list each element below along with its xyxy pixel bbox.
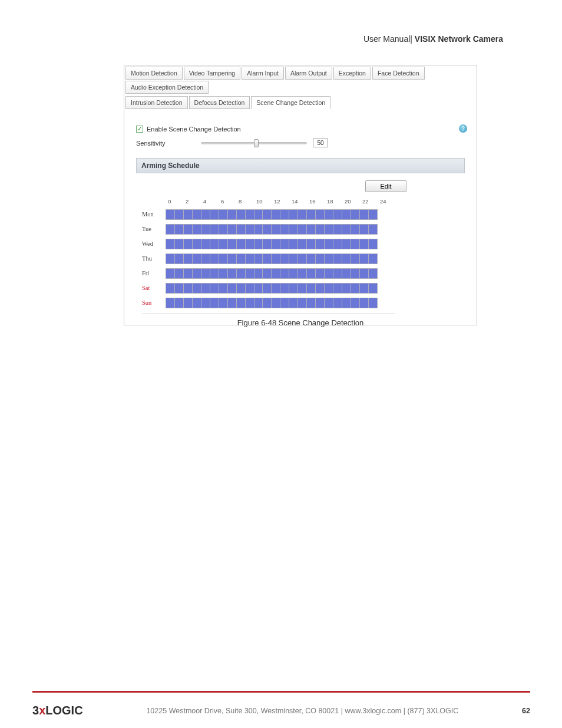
hour-label: 8 xyxy=(239,198,256,205)
day-label: Tue xyxy=(142,226,166,232)
hour-label: 16 xyxy=(309,198,327,205)
hour-label: 18 xyxy=(327,198,345,205)
header-right: VISIX Network Camera xyxy=(415,34,503,44)
tab-intrusion-detection[interactable]: Intrusion Detection xyxy=(125,96,188,109)
day-label: Mon xyxy=(142,211,166,218)
logo: 3xLOGIC xyxy=(32,704,83,717)
enable-row: ✓ Enable Scene Change Detection ? xyxy=(136,126,465,133)
hour-label: 12 xyxy=(274,198,292,205)
footer-divider xyxy=(32,691,530,693)
hour-label: 14 xyxy=(292,198,309,205)
day-row: Tue xyxy=(142,222,395,236)
tab-defocus-detection[interactable]: Defocus Detection xyxy=(189,96,250,109)
panel-body: ✓ Enable Scene Change Detection ? Sensit… xyxy=(124,110,477,325)
caption-prefix: Figure 6-48 xyxy=(237,318,279,327)
day-row: Sat xyxy=(142,281,395,295)
footer: 3xLOGIC 10225 Westmoor Drive, Suite 300,… xyxy=(32,704,530,717)
tab-alarm-output[interactable]: Alarm Output xyxy=(285,67,332,80)
caption-title: Scene Change Detection xyxy=(279,318,364,327)
day-row: Wed xyxy=(142,236,395,251)
day-row: Thu xyxy=(142,251,395,266)
page-number: 62 xyxy=(522,707,530,715)
day-row: Sun xyxy=(142,295,395,310)
tab-face-detection[interactable]: Face Detection xyxy=(372,67,425,80)
day-row: Mon xyxy=(142,207,395,222)
hour-labels: 0 2 4 6 8 10 12 14 16 18 20 22 24 xyxy=(168,198,395,205)
day-grid[interactable] xyxy=(166,224,378,235)
tab-video-tampering[interactable]: Video Tampering xyxy=(184,67,240,80)
enable-checkbox[interactable]: ✓ xyxy=(136,126,143,133)
slider-thumb[interactable] xyxy=(254,139,259,147)
page-header: User Manual| VISIX Network Camera xyxy=(363,34,503,44)
tab-alarm-input[interactable]: Alarm Input xyxy=(242,67,284,80)
help-icon[interactable]: ? xyxy=(459,124,467,133)
tab-motion-detection[interactable]: Motion Detection xyxy=(125,67,183,80)
day-grid[interactable] xyxy=(166,253,378,264)
arming-schedule-header: Arming Schedule xyxy=(136,158,465,173)
day-label: Wed xyxy=(142,241,166,247)
figure-caption: Figure 6-48 Scene Change Detection xyxy=(124,318,477,327)
edit-button[interactable]: Edit xyxy=(365,180,406,192)
day-grid[interactable] xyxy=(166,239,378,249)
tabs-row-2: Intrusion Detection Defocus Detection Sc… xyxy=(124,95,477,110)
day-label: Sun xyxy=(142,299,166,306)
tab-exception[interactable]: Exception xyxy=(333,67,371,80)
footer-text: 10225 Westmoor Drive, Suite 300, Westmin… xyxy=(146,707,458,715)
tab-audio-exception[interactable]: Audio Exception Detection xyxy=(125,81,209,94)
day-grid[interactable] xyxy=(166,283,378,294)
hour-label: 2 xyxy=(186,198,203,205)
day-label: Thu xyxy=(142,255,166,262)
hour-label: 0 xyxy=(168,198,186,205)
tab-scene-change-detection[interactable]: Scene Change Detection xyxy=(251,96,330,109)
hour-label: 4 xyxy=(203,198,221,205)
day-row: Fri xyxy=(142,266,395,281)
hour-label: 22 xyxy=(362,198,380,205)
sensitivity-row: Sensitivity 50 xyxy=(136,139,465,147)
tabs-row-1: Motion Detection Video Tampering Alarm I… xyxy=(124,65,477,95)
header-left: User Manual| xyxy=(363,34,412,44)
sensitivity-slider[interactable] xyxy=(201,142,307,144)
day-grid[interactable] xyxy=(166,298,378,308)
hour-label: 20 xyxy=(345,198,362,205)
day-label: Sat xyxy=(142,285,166,291)
hour-label: 10 xyxy=(256,198,274,205)
day-grid[interactable] xyxy=(166,268,378,279)
day-grid[interactable] xyxy=(166,209,378,220)
day-label: Fri xyxy=(142,270,166,276)
hour-label: 24 xyxy=(380,198,398,205)
sensitivity-label: Sensitivity xyxy=(136,140,201,147)
enable-label: Enable Scene Change Detection xyxy=(147,126,241,133)
edit-wrap: Edit xyxy=(136,180,465,192)
schedule-grid: 0 2 4 6 8 10 12 14 16 18 20 22 24 MonTue… xyxy=(142,198,395,314)
hour-label: 6 xyxy=(221,198,239,205)
config-panel: Motion Detection Video Tampering Alarm I… xyxy=(124,65,477,325)
sensitivity-value: 50 xyxy=(313,139,328,147)
